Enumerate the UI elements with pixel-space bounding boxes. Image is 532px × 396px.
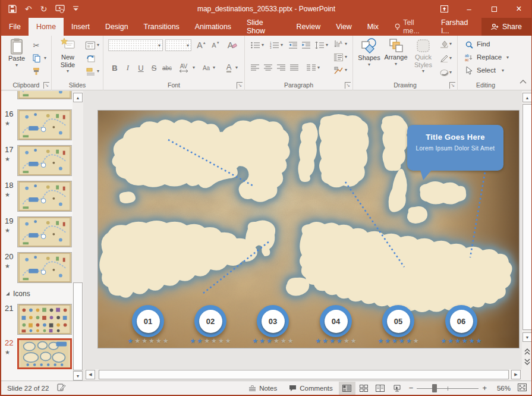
tab-transitions[interactable]: Transitions [136, 18, 187, 36]
change-case-icon[interactable]: Aa [200, 62, 213, 74]
align-right-icon[interactable] [275, 62, 288, 74]
section-icon[interactable] [84, 65, 97, 77]
arrange-dropdown[interactable]: ▾ [395, 62, 397, 67]
collapse-ribbon-icon[interactable] [520, 76, 527, 86]
tell-me-box[interactable]: Tell me... [389, 18, 436, 36]
italic-icon[interactable]: I [121, 62, 134, 74]
text-direction-icon[interactable]: A [332, 38, 345, 50]
zoom-slider[interactable] [417, 384, 479, 392]
slide-layout-dropdown[interactable]: ▾ [97, 43, 99, 48]
copy-dropdown[interactable]: ▾ [44, 56, 46, 61]
tab-view[interactable]: View [328, 18, 360, 36]
close-button[interactable]: × [506, 0, 531, 18]
underline-icon[interactable]: U [134, 62, 147, 74]
shape-outline-dropdown[interactable]: ▾ [449, 56, 452, 61]
thumbnail-slide-16[interactable]: 16 ★ [1, 109, 73, 140]
character-spacing-icon[interactable]: AV [176, 62, 191, 74]
thumbnail-slide-21[interactable]: 21 [1, 304, 73, 335]
star-rating-01[interactable]: ★★★★★★ [125, 338, 171, 344]
marker-03[interactable]: 03 [257, 305, 289, 337]
line-spacing-icon[interactable] [313, 39, 326, 51]
scroll-down-icon[interactable]: ▼ [522, 332, 531, 342]
thumbnail-slide-19[interactable]: 19 ★ [1, 216, 73, 247]
tab-design[interactable]: Design [97, 18, 136, 36]
paste-dropdown[interactable]: ▾ [15, 63, 18, 68]
font-color-icon[interactable]: A [222, 62, 235, 74]
thumbnail-slide-18[interactable]: 18 ★ [1, 181, 73, 212]
star-rating-05[interactable]: ★★★★★★ [375, 338, 421, 344]
share-button[interactable]: Share [481, 18, 531, 36]
star-rating-03[interactable]: ★★★★★★ [250, 338, 296, 344]
font-size-combo[interactable]: ▾ [165, 39, 191, 51]
marker-04[interactable]: 04 [320, 305, 352, 337]
increase-indent-icon[interactable] [300, 39, 313, 51]
section-dropdown[interactable]: ▾ [97, 69, 99, 74]
marker-06[interactable]: 06 [445, 305, 477, 337]
align-center-icon[interactable] [262, 62, 275, 74]
paste-button[interactable]: Paste ▾ [5, 38, 29, 68]
star-rating-04[interactable]: ★★★★★★ [313, 338, 359, 344]
copy-icon[interactable] [30, 52, 43, 64]
clear-formatting-icon[interactable]: A [226, 39, 239, 51]
bold-icon[interactable]: B [108, 62, 121, 74]
shape-outline-icon[interactable] [437, 52, 451, 64]
zoom-percentage[interactable]: 56% [490, 385, 511, 392]
marker-02[interactable]: 02 [194, 305, 226, 337]
shapes-button[interactable]: Shapes ▾ [357, 38, 382, 67]
text-direction-dropdown[interactable]: ▾ [345, 42, 347, 46]
reset-slide-icon[interactable] [84, 52, 97, 64]
columns-icon[interactable] [304, 62, 317, 74]
align-left-icon[interactable] [248, 62, 262, 74]
view-reading-button[interactable] [372, 382, 389, 395]
select-icon[interactable] [462, 65, 476, 77]
undo-icon[interactable]: ↶ [25, 5, 32, 13]
shrink-font-icon[interactable]: A▼ [209, 39, 222, 51]
numbering-dropdown[interactable]: ▾ [281, 43, 283, 48]
grow-font-icon[interactable]: A▲ [195, 39, 208, 51]
line-spacing-dropdown[interactable]: ▾ [326, 43, 328, 48]
notes-toggle[interactable]: Notes [243, 385, 283, 392]
marker-01[interactable]: 01 [132, 305, 164, 337]
quick-styles-button[interactable]: Quick Styles ▾ [410, 38, 436, 74]
section-header-icons[interactable]: Icons [6, 290, 30, 298]
zoom-in-button[interactable]: + [482, 384, 487, 392]
minimize-button[interactable]: – [457, 0, 481, 18]
scroll-right-icon[interactable]: ▶ [511, 370, 521, 379]
change-case-dropdown[interactable]: ▾ [213, 65, 215, 70]
bullets-dropdown[interactable]: ▾ [262, 43, 264, 48]
star-rating-06[interactable]: ★★★★★★ [438, 338, 484, 344]
tab-slide-show[interactable]: Slide Show [239, 18, 288, 36]
select-label[interactable]: Select [477, 67, 496, 74]
maximize-button[interactable] [481, 0, 506, 18]
font-name-combo[interactable]: ▾ [108, 39, 163, 51]
bullets-icon[interactable] [248, 39, 262, 51]
columns-dropdown[interactable]: ▾ [317, 65, 320, 70]
customize-qat-icon[interactable] [73, 6, 78, 12]
view-slideshow-button[interactable] [389, 382, 405, 395]
save-icon[interactable] [8, 5, 17, 13]
view-slide-sorter-button[interactable] [355, 382, 372, 395]
new-slide-dropdown[interactable]: ▾ [67, 69, 69, 74]
abc-strikethrough-icon[interactable]: abc [160, 62, 174, 74]
justify-icon[interactable] [288, 62, 301, 74]
replace-dropdown[interactable]: ▾ [506, 55, 509, 60]
decrease-indent-icon[interactable] [287, 39, 300, 51]
zoom-out-button[interactable]: − [409, 384, 414, 392]
thumb-scroll-thumb[interactable] [73, 282, 83, 370]
account-name[interactable]: Farshad I... [436, 18, 480, 36]
slide-layout-icon[interactable] [84, 39, 97, 51]
next-slide-button[interactable] [524, 357, 531, 366]
view-normal-button[interactable] [339, 382, 355, 395]
shapes-dropdown[interactable]: ▾ [368, 62, 370, 67]
font-color-dropdown[interactable]: ▾ [235, 65, 238, 70]
vertical-scrollbar[interactable]: ▲ ▼ [522, 91, 531, 381]
format-painter-icon[interactable] [30, 65, 43, 77]
scroll-left-icon[interactable]: ◀ [86, 370, 95, 379]
character-spacing-dropdown[interactable]: ▾ [193, 65, 195, 70]
previous-slide-button[interactable] [524, 347, 531, 355]
thumbnail-slide-20[interactable]: 20 ★ [1, 252, 73, 283]
font-dialog-launcher[interactable]: ↘ [237, 82, 243, 89]
tab-review[interactable]: Review [289, 18, 329, 36]
tab-insert[interactable]: Insert [64, 18, 97, 36]
thumbnail-slide-17[interactable]: 17 ★ [1, 145, 73, 176]
